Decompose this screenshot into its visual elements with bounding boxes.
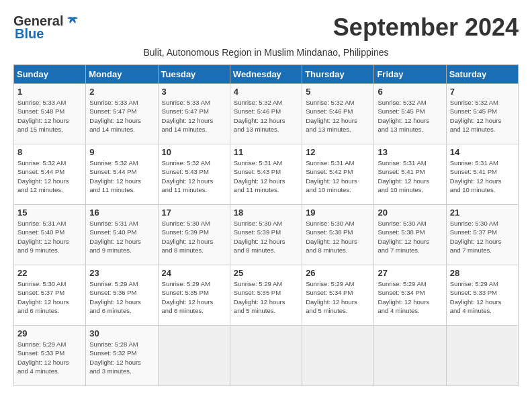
day-info: Sunrise: 5:29 AM Sunset: 5:33 PM Dayligh…: [450, 279, 515, 315]
subtitle: Bulit, Autonomous Region in Muslim Minda…: [13, 47, 519, 58]
day-number: 27: [378, 268, 442, 278]
day-info: Sunrise: 5:30 AM Sunset: 5:37 PM Dayligh…: [450, 219, 515, 255]
day-cell-15: 15Sunrise: 5:31 AM Sunset: 5:40 PM Dayli…: [14, 205, 86, 265]
day-cell-25: 25Sunrise: 5:29 AM Sunset: 5:35 PM Dayli…: [230, 265, 302, 326]
week-row-5: 29Sunrise: 5:29 AM Sunset: 5:33 PM Dayli…: [14, 326, 519, 386]
day-number: 28: [450, 268, 515, 278]
day-cell-5: 5Sunrise: 5:32 AM Sunset: 5:46 PM Daylig…: [302, 84, 374, 144]
day-number: 9: [89, 147, 154, 157]
day-cell-1: 1Sunrise: 5:33 AM Sunset: 5:48 PM Daylig…: [14, 84, 86, 144]
week-row-2: 8Sunrise: 5:32 AM Sunset: 5:44 PM Daylig…: [14, 144, 519, 205]
day-cell-2: 2Sunrise: 5:33 AM Sunset: 5:47 PM Daylig…: [86, 84, 158, 144]
day-info: Sunrise: 5:31 AM Sunset: 5:42 PM Dayligh…: [306, 158, 370, 194]
empty-cell: [230, 326, 302, 386]
day-number: 5: [306, 87, 370, 97]
day-cell-17: 17Sunrise: 5:30 AM Sunset: 5:39 PM Dayli…: [158, 205, 230, 265]
day-cell-28: 28Sunrise: 5:29 AM Sunset: 5:33 PM Dayli…: [446, 265, 518, 326]
day-number: 24: [162, 268, 226, 278]
day-cell-29: 29Sunrise: 5:29 AM Sunset: 5:33 PM Dayli…: [14, 326, 86, 386]
header-tuesday: Tuesday: [158, 65, 230, 84]
day-number: 17: [162, 208, 226, 218]
header-monday: Monday: [86, 65, 158, 84]
empty-cell: [158, 326, 230, 386]
day-info: Sunrise: 5:32 AM Sunset: 5:43 PM Dayligh…: [162, 158, 226, 194]
empty-cell: [374, 326, 446, 386]
day-number: 8: [17, 147, 82, 157]
day-cell-19: 19Sunrise: 5:30 AM Sunset: 5:38 PM Dayli…: [302, 205, 374, 265]
day-info: Sunrise: 5:29 AM Sunset: 5:36 PM Dayligh…: [89, 279, 154, 315]
logo-bird-icon: [66, 15, 79, 28]
week-row-3: 15Sunrise: 5:31 AM Sunset: 5:40 PM Dayli…: [14, 205, 519, 265]
header-thursday: Thursday: [302, 65, 374, 84]
day-cell-30: 30Sunrise: 5:28 AM Sunset: 5:32 PM Dayli…: [86, 326, 158, 386]
day-info: Sunrise: 5:30 AM Sunset: 5:38 PM Dayligh…: [306, 219, 370, 255]
day-number: 12: [306, 147, 370, 157]
day-number: 1: [17, 87, 82, 97]
day-info: Sunrise: 5:33 AM Sunset: 5:47 PM Dayligh…: [162, 98, 226, 134]
day-number: 26: [306, 268, 370, 278]
day-cell-23: 23Sunrise: 5:29 AM Sunset: 5:36 PM Dayli…: [86, 265, 158, 326]
day-info: Sunrise: 5:30 AM Sunset: 5:39 PM Dayligh…: [162, 219, 226, 255]
logo: General Blue: [13, 13, 79, 42]
day-number: 13: [378, 147, 442, 157]
day-cell-26: 26Sunrise: 5:29 AM Sunset: 5:34 PM Dayli…: [302, 265, 374, 326]
day-number: 23: [89, 268, 154, 278]
week-row-1: 1Sunrise: 5:33 AM Sunset: 5:48 PM Daylig…: [14, 84, 519, 144]
day-info: Sunrise: 5:31 AM Sunset: 5:40 PM Dayligh…: [17, 219, 82, 255]
day-number: 2: [89, 87, 154, 97]
day-cell-6: 6Sunrise: 5:32 AM Sunset: 5:45 PM Daylig…: [374, 84, 446, 144]
day-cell-11: 11Sunrise: 5:31 AM Sunset: 5:43 PM Dayli…: [230, 144, 302, 205]
day-cell-4: 4Sunrise: 5:32 AM Sunset: 5:46 PM Daylig…: [230, 84, 302, 144]
day-info: Sunrise: 5:32 AM Sunset: 5:46 PM Dayligh…: [306, 98, 370, 134]
day-cell-3: 3Sunrise: 5:33 AM Sunset: 5:47 PM Daylig…: [158, 84, 230, 144]
day-number: 6: [378, 87, 442, 97]
calendar-table: SundayMondayTuesdayWednesdayThursdayFrid…: [13, 64, 519, 386]
day-number: 30: [89, 328, 154, 338]
day-cell-14: 14Sunrise: 5:31 AM Sunset: 5:41 PM Dayli…: [446, 144, 518, 205]
day-number: 11: [234, 147, 298, 157]
day-info: Sunrise: 5:29 AM Sunset: 5:35 PM Dayligh…: [162, 279, 226, 315]
day-info: Sunrise: 5:32 AM Sunset: 5:45 PM Dayligh…: [450, 98, 515, 134]
day-cell-18: 18Sunrise: 5:30 AM Sunset: 5:39 PM Dayli…: [230, 205, 302, 265]
day-number: 16: [89, 208, 154, 218]
day-info: Sunrise: 5:31 AM Sunset: 5:41 PM Dayligh…: [378, 158, 442, 194]
page-header: General Blue September 2024: [13, 13, 519, 42]
day-info: Sunrise: 5:29 AM Sunset: 5:35 PM Dayligh…: [234, 279, 298, 315]
day-number: 21: [450, 208, 515, 218]
day-cell-20: 20Sunrise: 5:30 AM Sunset: 5:38 PM Dayli…: [374, 205, 446, 265]
day-info: Sunrise: 5:29 AM Sunset: 5:34 PM Dayligh…: [378, 279, 442, 315]
day-cell-24: 24Sunrise: 5:29 AM Sunset: 5:35 PM Dayli…: [158, 265, 230, 326]
empty-cell: [302, 326, 374, 386]
header-saturday: Saturday: [446, 65, 518, 84]
day-info: Sunrise: 5:31 AM Sunset: 5:43 PM Dayligh…: [234, 158, 298, 194]
day-info: Sunrise: 5:30 AM Sunset: 5:39 PM Dayligh…: [234, 219, 298, 255]
header-friday: Friday: [374, 65, 446, 84]
days-header-row: SundayMondayTuesdayWednesdayThursdayFrid…: [14, 65, 519, 84]
day-info: Sunrise: 5:32 AM Sunset: 5:44 PM Dayligh…: [17, 158, 82, 194]
day-number: 3: [162, 87, 226, 97]
day-cell-27: 27Sunrise: 5:29 AM Sunset: 5:34 PM Dayli…: [374, 265, 446, 326]
day-info: Sunrise: 5:31 AM Sunset: 5:40 PM Dayligh…: [89, 219, 154, 255]
day-number: 15: [17, 208, 82, 218]
day-cell-12: 12Sunrise: 5:31 AM Sunset: 5:42 PM Dayli…: [302, 144, 374, 205]
day-cell-8: 8Sunrise: 5:32 AM Sunset: 5:44 PM Daylig…: [14, 144, 86, 205]
day-info: Sunrise: 5:32 AM Sunset: 5:45 PM Dayligh…: [378, 98, 442, 134]
day-number: 18: [234, 208, 298, 218]
day-info: Sunrise: 5:29 AM Sunset: 5:33 PM Dayligh…: [17, 340, 82, 375]
header-wednesday: Wednesday: [230, 65, 302, 84]
day-cell-13: 13Sunrise: 5:31 AM Sunset: 5:41 PM Dayli…: [374, 144, 446, 205]
day-info: Sunrise: 5:33 AM Sunset: 5:48 PM Dayligh…: [17, 98, 82, 134]
day-cell-22: 22Sunrise: 5:30 AM Sunset: 5:37 PM Dayli…: [14, 265, 86, 326]
month-title: September 2024: [333, 13, 519, 42]
day-number: 10: [162, 147, 226, 157]
day-number: 7: [450, 87, 515, 97]
day-number: 22: [17, 268, 82, 278]
day-info: Sunrise: 5:30 AM Sunset: 5:38 PM Dayligh…: [378, 219, 442, 255]
day-number: 19: [306, 208, 370, 218]
header-sunday: Sunday: [14, 65, 86, 84]
day-info: Sunrise: 5:30 AM Sunset: 5:37 PM Dayligh…: [17, 279, 82, 315]
day-number: 20: [378, 208, 442, 218]
day-info: Sunrise: 5:32 AM Sunset: 5:44 PM Dayligh…: [89, 158, 154, 194]
day-info: Sunrise: 5:31 AM Sunset: 5:41 PM Dayligh…: [450, 158, 515, 194]
week-row-4: 22Sunrise: 5:30 AM Sunset: 5:37 PM Dayli…: [14, 265, 519, 326]
